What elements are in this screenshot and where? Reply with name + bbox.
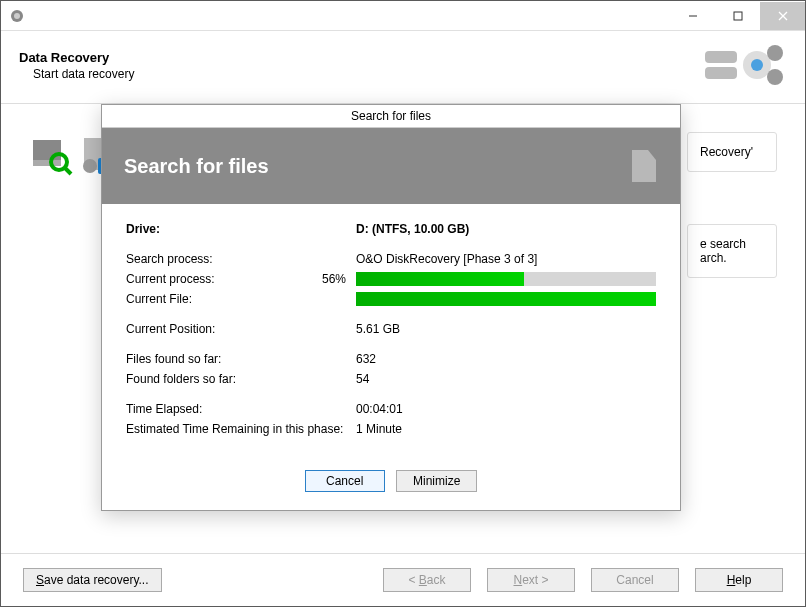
time-elapsed-label: Time Elapsed: bbox=[126, 402, 356, 416]
app-icon bbox=[9, 8, 25, 24]
svg-point-1 bbox=[14, 13, 20, 19]
svg-rect-6 bbox=[705, 51, 737, 63]
drive-label: Drive: bbox=[126, 222, 356, 236]
svg-point-10 bbox=[767, 45, 783, 61]
current-process-label: Current process: bbox=[126, 272, 276, 286]
close-window-button[interactable] bbox=[760, 2, 805, 30]
eta-value: 1 Minute bbox=[356, 422, 656, 436]
folders-found-value: 54 bbox=[356, 372, 656, 386]
files-found-label: Files found so far: bbox=[126, 352, 356, 366]
minimize-window-button[interactable] bbox=[670, 2, 715, 30]
back-button[interactable]: < Back bbox=[383, 568, 471, 592]
svg-rect-3 bbox=[734, 12, 742, 20]
drive-search-icon bbox=[29, 132, 73, 176]
dialog-header: Search for files bbox=[102, 128, 680, 204]
drive-value: D: (NTFS, 10.00 GB) bbox=[356, 222, 656, 236]
main-window: Data Recovery Start data recovery Recove… bbox=[0, 0, 806, 607]
bg-panel-2: e searcharch. bbox=[687, 224, 777, 278]
next-button[interactable]: Next > bbox=[487, 568, 575, 592]
eta-label: Estimated Time Remaining in this phase: bbox=[126, 422, 356, 436]
current-process-percent: 56% bbox=[276, 272, 356, 286]
dialog-minimize-button[interactable]: Minimize bbox=[396, 470, 477, 492]
search-process-label: Search process: bbox=[126, 252, 356, 266]
bg-panel-1: Recovery' bbox=[687, 132, 777, 172]
page-subtitle: Start data recovery bbox=[19, 67, 134, 81]
save-recovery-button[interactable]: Save data recovery... bbox=[23, 568, 162, 592]
header-illustration bbox=[697, 41, 787, 89]
files-found-value: 632 bbox=[356, 352, 656, 366]
svg-rect-12 bbox=[33, 140, 61, 160]
svg-point-9 bbox=[751, 59, 763, 71]
titlebar bbox=[1, 1, 805, 31]
dialog-cancel-button[interactable]: Cancel bbox=[305, 470, 385, 492]
svg-point-11 bbox=[767, 69, 783, 85]
current-position-value: 5.61 GB bbox=[356, 322, 656, 336]
current-file-progressbar bbox=[356, 292, 656, 306]
content-area: Recovery' e searcharch. Search for files… bbox=[1, 104, 805, 553]
page-title: Data Recovery bbox=[19, 50, 134, 65]
current-position-label: Current Position: bbox=[126, 322, 356, 336]
search-dialog: Search for files Search for files Drive:… bbox=[101, 104, 681, 511]
current-file-label: Current File: bbox=[126, 292, 276, 306]
document-icon bbox=[630, 148, 658, 184]
time-elapsed-value: 00:04:01 bbox=[356, 402, 656, 416]
maximize-window-button[interactable] bbox=[715, 2, 760, 30]
svg-rect-13 bbox=[33, 160, 61, 166]
current-process-progressbar bbox=[356, 272, 656, 286]
dialog-heading: Search for files bbox=[124, 155, 269, 178]
cancel-button[interactable]: Cancel bbox=[591, 568, 679, 592]
svg-line-15 bbox=[65, 168, 71, 174]
help-button[interactable]: Help bbox=[695, 568, 783, 592]
wizard-footer: Save data recovery... < Back Next > Canc… bbox=[1, 553, 805, 606]
svg-rect-7 bbox=[705, 67, 737, 79]
search-process-value: O&O DiskRecovery [Phase 3 of 3] bbox=[356, 252, 656, 266]
dialog-titlebar: Search for files bbox=[102, 105, 680, 128]
wizard-header: Data Recovery Start data recovery bbox=[1, 31, 805, 104]
svg-point-16 bbox=[83, 159, 97, 173]
folders-found-label: Found folders so far: bbox=[126, 372, 356, 386]
